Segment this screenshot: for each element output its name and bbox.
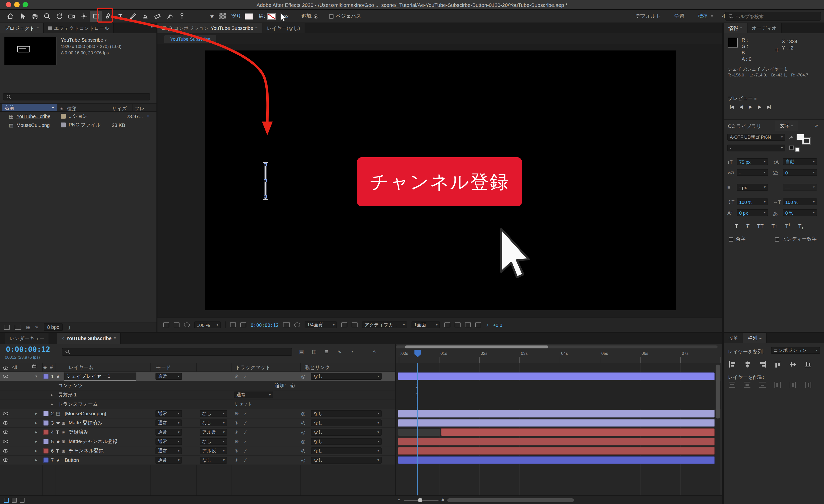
timeline-search-input[interactable] [72,349,289,355]
superscript-button[interactable]: T1 [785,223,790,230]
tab-info[interactable]: 情報≡ [724,23,747,33]
align-right-icon[interactable] [759,361,766,368]
shape-selection[interactable] [262,162,269,200]
snapshot-icon[interactable] [163,323,169,327]
faux-italic-button[interactable]: T [746,223,749,230]
track-matte-select[interactable]: アル反▾ [200,429,227,435]
resolution-select[interactable]: 1/4画質▾ [305,322,337,328]
layer-bar-4-out[interactable] [398,428,441,436]
stroke-width-select[interactable]: - px▾ [737,184,768,191]
playhead-line[interactable] [417,363,418,495]
timeline-search[interactable] [62,348,292,356]
faux-bold-button[interactable]: T [735,223,738,230]
zoom-tool[interactable] [41,11,53,22]
pick-whip-icon[interactable]: ◎ [301,458,305,463]
font-style-select[interactable]: -▾ [727,145,785,151]
font-family-select[interactable]: A-OTF UD新ゴ Pr6N▾ [727,134,785,141]
property-row-transform[interactable]: ▸ トランスフォーム リセット [0,400,395,409]
blend-mode-select[interactable]: 通常▾ [156,373,182,380]
parent-select[interactable]: なし▾ [311,438,382,445]
column-size[interactable]: サイズ [112,105,127,112]
label-color-chip[interactable] [61,114,66,119]
property-row-contents[interactable]: コンテンツ 追加: ▶ [0,381,395,391]
blend-mode-select[interactable]: 通常▾ [156,429,182,435]
parent-select[interactable]: なし▾ [311,373,382,380]
swap-fill-stroke-icon[interactable] [789,145,794,150]
selection-tool[interactable] [16,11,28,22]
project-comp-name[interactable]: YouTube Subscribe ▾ [61,37,121,43]
help-search-input[interactable] [735,13,818,19]
track-matte-select[interactable]: なし▾ [200,457,227,464]
rotate-tool[interactable] [53,11,65,22]
visibility-eye-icon[interactable] [3,421,8,424]
layer-bar-2[interactable] [398,410,715,417]
layer-row-7[interactable]: ▸ 7 ★ Button 通常▾ なし▾ ☀ ∕ ◎ なし▾ [0,456,395,465]
time-ruler[interactable]: :00s 01s 02s 03s 04s 05s 06s 07s [395,344,721,363]
label-color-chip[interactable] [43,420,48,425]
switches-icons[interactable]: ☀ ∕ [234,458,248,463]
bezier-checkbox[interactable] [329,14,333,18]
tab-render-queue[interactable]: レンダーキュー [5,333,49,344]
camera-tool[interactable] [65,11,78,22]
label-color-chip[interactable] [43,439,48,444]
twirl-icon[interactable]: ▸ [35,458,37,462]
distribute-hcenter-icon[interactable] [790,382,797,388]
switches-icons[interactable]: ☀ ∕ [234,374,248,379]
default-fill-stroke-icon[interactable] [795,147,800,152]
small-caps-button[interactable]: Tᴛ [771,223,778,230]
clone-stamp-tool[interactable] [139,11,151,22]
pick-whip-icon[interactable]: ◎ [301,420,305,425]
label-color-chip[interactable] [43,458,48,463]
lock-icon[interactable] [168,28,172,31]
twirl-icon[interactable]: ▸ [35,449,37,453]
track-matte-select[interactable]: なし▾ [200,419,227,426]
all-caps-button[interactable]: TT [757,223,764,230]
kerning-select[interactable]: -▾ [737,169,768,176]
workspace-learn[interactable]: 学習 [675,13,684,20]
blend-mode-select[interactable]: 通常▾ [156,410,182,417]
comp-timecode[interactable]: 0:00:00:12 [250,322,279,328]
twirl-icon[interactable]: ▸ [35,430,37,434]
visibility-eye-icon[interactable] [3,412,8,415]
mask-visibility-icon[interactable] [240,323,246,327]
project-row-composition[interactable]: ▦ YouTube...cribe ...ション 23.97... ⌗ [0,112,157,121]
layer-bar-7[interactable] [398,456,715,464]
tab-layer[interactable]: レイヤー(なし) [263,23,305,33]
tab-paragraph[interactable]: 段落 [724,333,743,343]
interpret-footage-icon[interactable] [4,325,10,330]
previous-frame-button[interactable]: ◀| [739,104,743,109]
twirl-icon[interactable]: ▸ [51,393,53,397]
visibility-eye-icon[interactable] [3,449,8,453]
blend-mode-select[interactable]: 通常▾ [156,448,182,454]
tab-overflow-icon[interactable]: » [148,23,157,33]
label-color-chip[interactable] [43,429,48,435]
align-left-icon[interactable] [729,361,736,368]
puppet-pin-tool[interactable] [176,11,188,22]
next-frame-button[interactable]: |▶ [757,104,761,109]
twirl-icon[interactable]: ▸ [51,402,53,406]
playhead-handle[interactable] [414,350,421,357]
twirl-icon[interactable]: ▸ [35,421,37,425]
comp-breadcrumb[interactable]: YouTube Subscribe [164,35,216,43]
frame-blend-icon[interactable]: ∿ [337,349,342,354]
timeline-horizontal-scrollbar[interactable] [447,498,574,502]
exposure-reset-icon[interactable]: ◔ [486,322,489,328]
pan-behind-tool[interactable] [78,11,90,22]
vertical-scale-select[interactable]: 100 %▾ [737,199,768,205]
fill-swatch[interactable] [245,13,253,19]
view-layout-select[interactable]: 1画面▾ [412,322,440,328]
blend-mode-select[interactable]: 通常▾ [156,419,182,426]
layer-row-3[interactable]: ▸ 3 ★ ▣ Matte-登録済み 通常▾ なし▾ ☀ ∕ ◎ なし▾ [0,418,395,428]
home-tool[interactable] [4,11,16,22]
roi-icon[interactable] [341,323,347,327]
parent-select[interactable]: なし▾ [311,429,382,435]
panel-menu-icon[interactable]: ≡ [255,26,257,30]
panel-overflow-icon[interactable]: » [815,123,818,128]
parent-select[interactable]: なし▾ [311,457,382,464]
layer-row-5[interactable]: ▸ 5 ★ ▣ Matte-チャンネル登録 通常▾ なし▾ ☀ ∕ ◎ なし▾ [0,437,395,447]
label-color-chip[interactable] [61,123,66,127]
pick-whip-icon[interactable]: ◎ [301,411,305,416]
timeline-vertical-scrollbar[interactable] [716,365,720,418]
parent-select[interactable]: なし▾ [311,410,382,417]
align-top-icon[interactable] [775,361,782,368]
